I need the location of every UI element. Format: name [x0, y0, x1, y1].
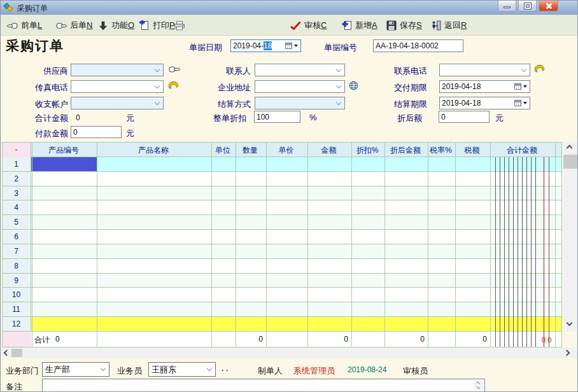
row-number[interactable]: 2	[2, 172, 31, 186]
settle-method-combo[interactable]	[255, 97, 345, 109]
col-header-price: 单价	[265, 145, 307, 156]
audit-button[interactable]: 审核C	[290, 18, 327, 32]
supplier-combo[interactable]	[71, 64, 164, 76]
calendar-dropdown-button[interactable]	[512, 81, 530, 92]
address-label: 企业地址	[190, 82, 251, 94]
globe-icon	[349, 81, 358, 93]
footer-discounted-total: 0	[384, 335, 425, 344]
close-button[interactable]	[539, 1, 558, 11]
app-icon	[4, 3, 13, 12]
payment-amount-unit: 元	[126, 128, 134, 139]
functions-button[interactable]: 功能O	[97, 18, 134, 32]
prev-doc-button[interactable]: 前单L	[7, 18, 42, 32]
doc-no-label: 单据编号	[324, 42, 357, 53]
address-combo[interactable]	[255, 80, 345, 93]
doc-no-input[interactable]	[373, 39, 463, 52]
clerk-dots[interactable]: . .	[222, 364, 228, 373]
contact-combo[interactable]	[255, 64, 345, 76]
functions-mnemonic: O	[128, 20, 134, 30]
calendar-dropdown-button[interactable]	[283, 40, 300, 52]
row-number[interactable]: 9	[2, 274, 31, 288]
row-number[interactable]: 4	[2, 200, 31, 214]
save-button[interactable]: 保存S	[386, 18, 422, 32]
remark-spinner[interactable]	[474, 381, 483, 390]
vertical-scroll-thumb[interactable]	[563, 155, 577, 169]
scroll-up-icon[interactable]	[567, 145, 573, 151]
whole-discount-label: 整单折扣	[213, 113, 246, 124]
dept-combo[interactable]: 生产部	[42, 362, 109, 377]
discounted-amount-input[interactable]	[439, 111, 490, 123]
payment-amount-input[interactable]	[71, 126, 122, 138]
col-header-product-code: 产品编号	[31, 145, 96, 156]
whole-discount-unit: %	[309, 113, 317, 122]
footer-amount-total: 0	[307, 335, 348, 344]
return-button[interactable]: 返回R	[430, 18, 467, 32]
quick-print-button[interactable]	[174, 18, 185, 32]
exit-door-icon	[430, 20, 441, 31]
doc-date-field[interactable]: 2019-04-18	[230, 39, 301, 52]
footer-qty-total: 0	[235, 335, 263, 344]
whole-discount-input[interactable]	[254, 111, 300, 123]
table-row[interactable]: 5	[2, 215, 562, 230]
row-number[interactable]: 3	[2, 186, 31, 200]
clerk-value: 王丽东	[152, 364, 208, 375]
table-row[interactable]: 8	[2, 259, 562, 274]
row-number[interactable]: 6	[2, 230, 31, 244]
title-bar[interactable]: 采购订单	[1, 1, 577, 15]
scroll-left-icon[interactable]	[4, 350, 10, 356]
table-row[interactable]: 10	[2, 288, 562, 302]
next-doc-mnemonic: N	[87, 20, 92, 30]
maker-date: 2019-08-24	[348, 365, 386, 374]
row-number[interactable]: 11	[2, 302, 31, 316]
hand-left-icon	[7, 20, 18, 31]
scroll-down-icon[interactable]	[567, 320, 573, 326]
toolbar: 前单L 后单N 功能O 打印P 审核C 新增A 保存S	[1, 15, 577, 36]
row-number[interactable]: 5	[2, 215, 31, 229]
row-number[interactable]: 12	[2, 317, 31, 331]
supplier-lookup-hand-icon[interactable]	[169, 65, 180, 74]
spinner-down-icon[interactable]	[477, 386, 481, 389]
table-row[interactable]: 4	[2, 200, 562, 215]
next-doc-label: 后单	[70, 20, 87, 30]
row-number[interactable]: 10	[2, 288, 31, 302]
calendar-icon	[285, 43, 292, 49]
table-row[interactable]: 6	[2, 230, 562, 244]
row-number[interactable]: 1	[2, 157, 31, 171]
selected-cell[interactable]	[31, 157, 97, 171]
horizontal-scrollbar[interactable]	[1, 347, 578, 358]
new-page-icon	[341, 20, 352, 31]
footer-tax-total: 0	[455, 335, 487, 344]
contact-phone-combo[interactable]	[439, 64, 530, 76]
table-row[interactable]: 12	[2, 317, 562, 332]
next-doc-button[interactable]: 后单N	[56, 18, 92, 32]
remark-input[interactable]	[42, 379, 485, 392]
caret-down-icon	[523, 102, 527, 104]
table-row[interactable]: 3	[2, 186, 562, 201]
audit-label: 审核	[304, 20, 321, 30]
contact-label: 联系人	[190, 66, 251, 77]
delivery-date-field[interactable]: 2019-04-18	[439, 80, 530, 93]
grid-corner-cell[interactable]: -	[2, 143, 31, 157]
print-button[interactable]: 打印P	[139, 18, 175, 32]
spinner-up-icon[interactable]	[477, 382, 481, 386]
add-button[interactable]: 新增A	[341, 18, 377, 32]
clerk-combo[interactable]: 王丽东	[148, 362, 216, 377]
auditor-label: 审核员	[403, 365, 428, 377]
settle-date-field[interactable]: 2019-04-18	[439, 97, 530, 109]
table-row[interactable]: 9	[2, 274, 562, 288]
horizontal-scroll-thumb[interactable]	[11, 349, 22, 357]
calendar-dropdown-button[interactable]	[512, 97, 530, 109]
table-row[interactable]: 2	[2, 172, 562, 186]
minimize-button[interactable]	[498, 1, 516, 11]
row-number[interactable]: 8	[2, 259, 31, 273]
col-header-tax-rate: 税率%	[427, 145, 455, 156]
row-number[interactable]: 7	[2, 244, 31, 258]
vertical-scrollbar[interactable]	[563, 142, 577, 332]
table-row[interactable]: 7	[2, 244, 562, 259]
table-row[interactable]: 11	[2, 302, 562, 317]
scroll-right-icon[interactable]	[564, 350, 570, 356]
fax-combo[interactable]	[71, 80, 164, 93]
account-combo[interactable]	[71, 97, 164, 109]
maximize-button[interactable]	[518, 1, 537, 11]
table-row[interactable]: 1	[2, 157, 562, 172]
